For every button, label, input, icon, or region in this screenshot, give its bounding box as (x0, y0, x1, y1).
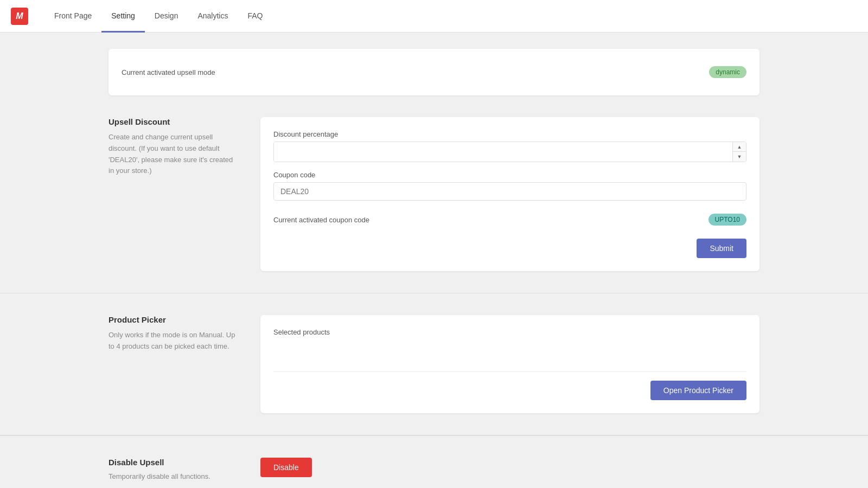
discount-percentage-spinner: 20 ▲ ▼ (273, 142, 746, 162)
nav-item-faq[interactable]: FAQ (238, 1, 272, 33)
submit-button[interactable]: Submit (697, 239, 746, 258)
disable-upsell-title: Disable Upsell (108, 458, 239, 467)
main-content: Current activated upsell mode dynamic Up… (0, 33, 868, 488)
logo-letter: M (16, 11, 23, 21)
upsell-mode-badge: dynamic (709, 66, 746, 78)
spinner-down-btn[interactable]: ▼ (733, 152, 746, 162)
nav-item-front-page[interactable]: Front Page (44, 1, 101, 33)
nav-item-analytics[interactable]: Analytics (188, 1, 238, 33)
upsell-discount-label: Upsell Discount Create and change curren… (108, 117, 260, 271)
upsell-discount-title: Upsell Discount (108, 117, 239, 126)
main-nav: Front Page Setting Design Analytics FAQ (44, 0, 273, 32)
current-coupon-row: Current activated coupon code UPTO10 (273, 209, 746, 230)
product-picker-card: Selected products Open Product Picker (260, 315, 760, 413)
app-logo: M (11, 8, 28, 25)
disable-upsell-description: Temporarily disable all functions. (108, 472, 239, 480)
disable-upsell-section: Disable Upsell Temporarily disable all f… (0, 435, 868, 488)
product-picker-title: Product Picker (108, 315, 239, 324)
coupon-code-label: Coupon code (273, 171, 746, 179)
spinner-controls: ▲ ▼ (732, 142, 746, 162)
upsell-discount-description: Create and change current upsell discoun… (108, 132, 239, 177)
header: M Front Page Setting Design Analytics FA… (0, 0, 868, 33)
upsell-discount-section: Upsell Discount Create and change curren… (0, 95, 868, 293)
coupon-code-input[interactable] (273, 182, 746, 201)
nav-item-setting[interactable]: Setting (101, 1, 145, 33)
current-coupon-label: Current activated coupon code (273, 216, 369, 224)
submit-row: Submit (273, 239, 746, 258)
product-picker-label: Product Picker Only works if the mode is… (108, 315, 260, 413)
disable-right: Disable (260, 458, 760, 477)
spinner-up-btn[interactable]: ▲ (733, 142, 746, 152)
discount-percentage-input[interactable]: 20 (274, 142, 732, 162)
selected-products-label: Selected products (273, 328, 746, 336)
product-picker-section: Product Picker Only works if the mode is… (0, 293, 868, 435)
disable-button[interactable]: Disable (260, 458, 312, 477)
disable-left: Disable Upsell Temporarily disable all f… (108, 458, 260, 480)
coupon-code-group: Coupon code (273, 171, 746, 201)
nav-item-design[interactable]: Design (145, 1, 188, 33)
product-picker-description: Only works if the mode is on Manual. Up … (108, 330, 239, 352)
discount-percentage-label: Discount percentage (273, 130, 746, 138)
open-picker-row: Open Product Picker (273, 381, 746, 400)
selected-products-group: Selected products (273, 328, 746, 372)
upsell-mode-row: Current activated upsell mode dynamic (0, 33, 868, 95)
discount-percentage-group: Discount percentage 20 ▲ ▼ (273, 130, 746, 162)
upsell-mode-label: Current activated upsell mode (122, 68, 215, 76)
current-coupon-badge: UPTO10 (709, 214, 746, 226)
open-product-picker-button[interactable]: Open Product Picker (650, 381, 746, 400)
upsell-mode-card: Current activated upsell mode dynamic (108, 49, 760, 95)
selected-products-area (273, 339, 746, 372)
upsell-discount-card: Discount percentage 20 ▲ ▼ Coupon code C… (260, 117, 760, 271)
upsell-mode-info: Current activated upsell mode dynamic (122, 62, 746, 82)
